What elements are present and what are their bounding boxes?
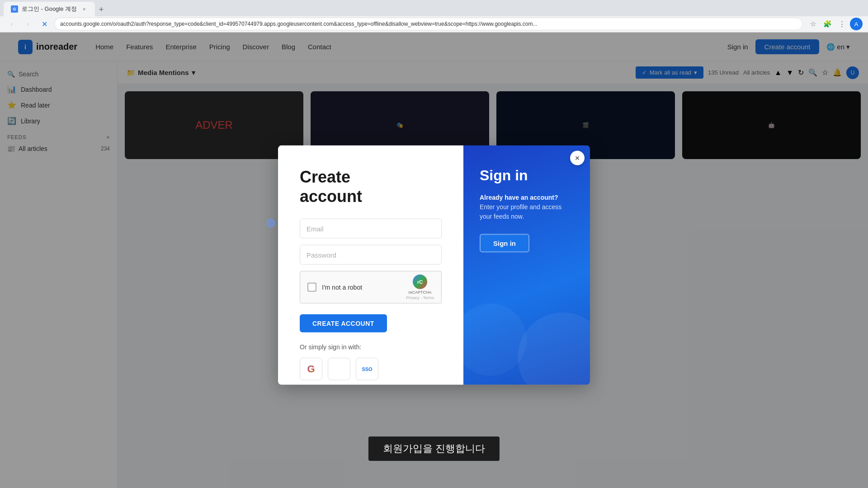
address-bar[interactable]: accounts.google.com/o/oauth2/auth?respon… xyxy=(54,18,803,30)
browser-tabs: G 로그인 - Google 계정 × + xyxy=(0,0,868,16)
create-account-button[interactable]: Create account xyxy=(300,314,387,333)
password-input[interactable] xyxy=(300,245,442,265)
apple-signin-button[interactable] xyxy=(328,358,350,380)
modal-right-panel: Sign in Already have an account? Enter y… xyxy=(463,145,590,385)
modal-title: Create account xyxy=(300,167,442,206)
recaptcha-brand: reCAPTCHA xyxy=(409,290,432,295)
sso-signin-button[interactable]: SSO xyxy=(356,358,378,380)
tab-close-button[interactable]: × xyxy=(80,5,88,13)
create-account-modal: × Create account I'm not a robot rC reCA… xyxy=(278,145,590,385)
social-login-buttons: G SSO xyxy=(300,358,442,380)
email-input[interactable] xyxy=(300,219,442,239)
subtitle-text: 회원가입을 진행합니다 xyxy=(383,443,485,454)
signin-panel-desc: Already have an account? Enter your prof… xyxy=(480,193,574,221)
captcha-privacy-terms: Privacy - Terms xyxy=(406,296,434,300)
toolbar-icons: ☆ 🧩 ⋮ A xyxy=(807,18,863,30)
signin-desc-rest: Enter your profile and access your feeds… xyxy=(480,203,561,220)
recaptcha-logo: rC reCAPTCHA Privacy - Terms xyxy=(406,275,434,300)
signin-desc-bold: Already have an account? xyxy=(480,194,558,201)
forward-button[interactable]: › xyxy=(22,18,34,30)
url-text: accounts.google.com/o/oauth2/auth?respon… xyxy=(60,21,537,27)
reload-button[interactable]: ✕ xyxy=(38,18,51,30)
back-button[interactable]: ‹ xyxy=(5,18,18,30)
captcha-label: I'm not a robot xyxy=(322,284,401,291)
captcha-widget[interactable]: I'm not a robot rC reCAPTCHA Privacy - T… xyxy=(300,271,442,304)
profile-avatar[interactable]: A xyxy=(850,18,863,30)
browser-chrome: G 로그인 - Google 계정 × + ‹ › ✕ accounts.goo… xyxy=(0,0,868,33)
signin-panel-title: Sign in xyxy=(480,167,574,184)
google-icon: G xyxy=(307,363,315,375)
page-background: i inoreader Home Features Enterprise Pri… xyxy=(0,33,868,488)
sso-icon: SSO xyxy=(362,366,372,372)
modal-close-button[interactable]: × xyxy=(570,151,585,165)
bookmark-icon[interactable]: ☆ xyxy=(807,18,819,30)
tab-title: 로그인 - Google 계정 xyxy=(22,5,77,13)
modal-left-panel: Create account I'm not a robot rC reCAPT… xyxy=(278,145,463,385)
extensions-icon[interactable]: 🧩 xyxy=(821,18,834,30)
or-signin-text: Or simply sign in with: xyxy=(300,343,442,351)
browser-toolbar: ‹ › ✕ accounts.google.com/o/oauth2/auth?… xyxy=(0,16,868,33)
recaptcha-icon: rC xyxy=(413,275,427,289)
settings-icon[interactable]: ⋮ xyxy=(835,18,848,30)
tab-favicon: G xyxy=(11,5,18,13)
signin-panel-button[interactable]: Sign in xyxy=(480,234,529,253)
new-tab-button[interactable]: + xyxy=(95,4,108,16)
captcha-checkbox[interactable] xyxy=(307,283,316,292)
subtitle-toast: 회원가입을 진행합니다 xyxy=(368,436,500,461)
active-tab[interactable]: G 로그인 - Google 계정 × xyxy=(4,2,95,16)
google-signin-button[interactable]: G xyxy=(300,358,322,380)
